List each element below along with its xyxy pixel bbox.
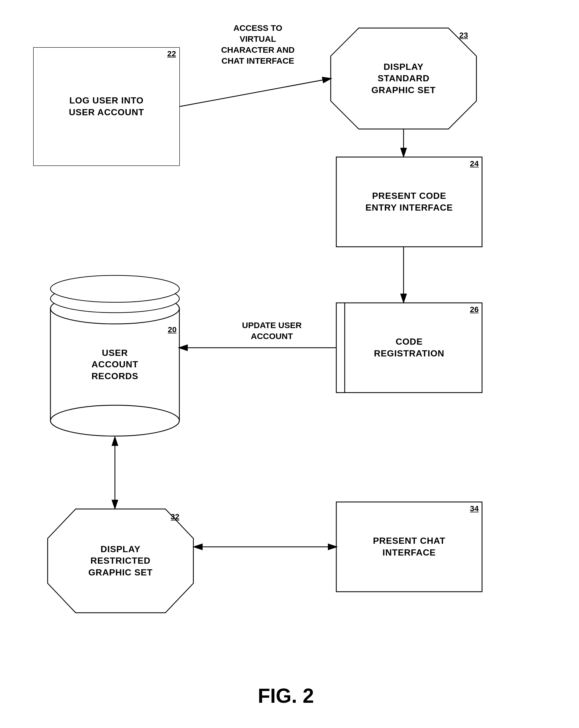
node-22-label: LOG USER INTOUSER ACCOUNT bbox=[69, 95, 144, 118]
node-34: 34 PRESENT CHATINTERFACE bbox=[336, 502, 482, 592]
node-22-number: 22 bbox=[167, 49, 176, 58]
diagram-container: 22 LOG USER INTOUSER ACCOUNT 23 DISPLAYS… bbox=[0, 0, 579, 728]
fig-label: FIG. 2 bbox=[230, 684, 342, 707]
svg-line-14 bbox=[180, 79, 331, 107]
node-22: 22 LOG USER INTOUSER ACCOUNT bbox=[34, 48, 180, 165]
node-32-label: DISPLAYRESTRICTEDGRAPHIC SET bbox=[88, 544, 153, 578]
access-label: ACCESS TOVIRTUALCHARACTER ANDCHAT INTERF… bbox=[196, 22, 320, 66]
node-24: 24 PRESENT CODEENTRY INTERFACE bbox=[336, 157, 482, 247]
node-26: 26 CODEREGISTRATION bbox=[336, 303, 482, 393]
node-34-label: PRESENT CHATINTERFACE bbox=[373, 535, 446, 558]
node-34-number: 34 bbox=[470, 504, 479, 513]
node-24-number: 24 bbox=[470, 159, 479, 168]
node-26-number: 26 bbox=[470, 305, 479, 314]
node-32-number: 32 bbox=[171, 512, 180, 521]
node-20-label: USERACCOUNTRECORDS bbox=[91, 347, 138, 382]
update-label: UPDATE USERACCOUNT bbox=[219, 320, 325, 342]
node-23: 23 DISPLAYSTANDARDGRAPHIC SET bbox=[331, 28, 476, 129]
svg-point-11 bbox=[51, 276, 180, 302]
node-23-label: DISPLAYSTANDARDGRAPHIC SET bbox=[371, 61, 436, 96]
node-20-number: 20 bbox=[168, 325, 176, 334]
node-20: 20 USERACCOUNTRECORDS bbox=[51, 309, 180, 421]
node-24-label: PRESENT CODEENTRY INTERFACE bbox=[365, 190, 453, 213]
node-32: 32 DISPLAYRESTRICTEDGRAPHIC SET bbox=[48, 509, 193, 613]
node-26-label: CODEREGISTRATION bbox=[374, 336, 444, 359]
node-23-number: 23 bbox=[459, 31, 468, 40]
